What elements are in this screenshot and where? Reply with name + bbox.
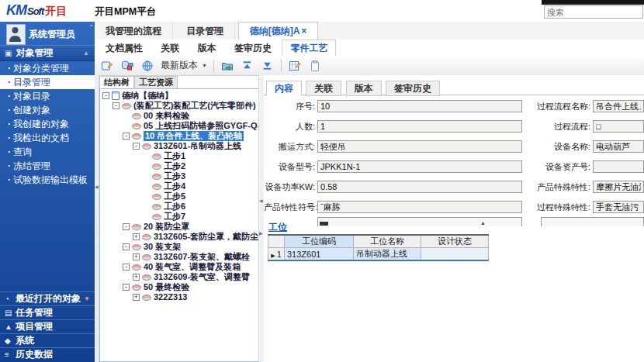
- tab-catalog-management[interactable]: 目录管理: [175, 22, 235, 40]
- tree-node-station-313Z605[interactable]: +313Z605-套防尘罩，戴防尘罩螺: [100, 232, 259, 242]
- tree-node-step-3[interactable]: 工步3: [100, 171, 259, 181]
- tab-relations[interactable]: 关联: [153, 40, 187, 56]
- collapse-left-icon[interactable]: ◀: [259, 198, 263, 203]
- folder-sync-button[interactable]: [220, 59, 234, 73]
- sidebar-item-my-checked-out-docs[interactable]: 我检出的文档: [0, 131, 95, 145]
- design-status-cell[interactable]: [421, 248, 489, 261]
- sidebar-group-object-management[interactable]: ▣对象管理▲: [0, 45, 95, 61]
- collapse-to-top-button[interactable]: [241, 59, 254, 73]
- tree-node-op-10-selected[interactable]: -10 吊合件上线、装凸轮轴: [100, 131, 259, 141]
- tree-toggle-icon[interactable]: -: [113, 102, 119, 109]
- tab-approval-history[interactable]: 签审历史: [386, 81, 440, 96]
- station-table-row[interactable]: ▶1 313Z601 吊制动器上线: [268, 248, 489, 261]
- tree-node-step-7[interactable]: 工步7: [100, 212, 259, 222]
- chevron-down-icon[interactable]: ▼: [84, 292, 90, 305]
- product-symbol-field[interactable]: [317, 201, 522, 213]
- expand-right-icon[interactable]: ▶: [259, 230, 263, 236]
- tree-toggle-icon[interactable]: -: [102, 92, 109, 99]
- tree-toggle-icon[interactable]: -: [123, 223, 130, 230]
- tree-toggle-icon[interactable]: -: [133, 143, 140, 150]
- handling-method-field[interactable]: [317, 140, 522, 153]
- flow-name-field[interactable]: [593, 100, 644, 112]
- tree-node-op-50[interactable]: -50 最终检验: [100, 282, 259, 292]
- tree-node-op-20[interactable]: -20 装防尘罩: [100, 222, 259, 232]
- globe-view-button[interactable]: [140, 59, 154, 73]
- sidebar-item-create-object[interactable]: 创建对象: [0, 103, 95, 117]
- sidebar-group-history-data[interactable]: ≡历史数据: [0, 347, 95, 361]
- station-link[interactable]: 工位: [268, 221, 287, 234]
- tab-approval-history[interactable]: 签审历史: [227, 40, 279, 56]
- tree-node-step-1[interactable]: 工步1: [100, 151, 259, 161]
- tree-node-root[interactable]: -德纳【德纳】: [100, 91, 259, 101]
- sidebar-item-test-data-template[interactable]: 试验数据输出模板: [0, 173, 95, 187]
- tab-process-resources[interactable]: 工艺资源: [134, 76, 178, 89]
- equipment-power-field[interactable]: [317, 181, 522, 193]
- sidebar-item-object-catalog[interactable]: 对象目录: [0, 89, 95, 103]
- tree-toggle-icon[interactable]: -: [123, 264, 130, 271]
- tree-toggle-icon[interactable]: +: [133, 294, 140, 301]
- sidebar-group-system[interactable]: ◆系统: [0, 333, 95, 347]
- equipment-name-field[interactable]: [593, 140, 644, 153]
- equipment-model-field[interactable]: [317, 160, 522, 173]
- search-input[interactable]: [544, 5, 643, 19]
- tab-dena-document[interactable]: 德纳[德纳]A×: [238, 22, 319, 40]
- tree-toggle-icon[interactable]: -: [123, 133, 130, 140]
- copy-document-button[interactable]: [308, 59, 322, 73]
- tree-node-step-5[interactable]: 工步5: [100, 191, 259, 202]
- tree-node-step-6[interactable]: 工步6: [100, 202, 259, 212]
- close-icon[interactable]: ×: [301, 26, 306, 36]
- station-code-cell[interactable]: 313Z601: [285, 248, 354, 261]
- tab-versions[interactable]: 版本: [346, 81, 382, 96]
- tab-structure-tree[interactable]: 结构树: [99, 76, 134, 89]
- sidebar-item-query[interactable]: 查询: [0, 145, 95, 159]
- tree-node-step-4[interactable]: 工步4: [100, 181, 259, 191]
- tree-toggle-icon[interactable]: -: [123, 243, 130, 250]
- tree-node-station-322Z313[interactable]: +322Z313: [100, 292, 259, 302]
- flow-field[interactable]: [593, 120, 644, 133]
- station-name-cell[interactable]: 吊制动器上线: [354, 248, 421, 261]
- sidebar-item-freeze-management[interactable]: 冻结管理: [0, 159, 95, 173]
- seq-field[interactable]: [317, 100, 522, 112]
- tab-versions[interactable]: 版本: [190, 40, 224, 56]
- sidebar-group-project-management[interactable]: ▲项目管理: [0, 319, 95, 333]
- tree-node-op-05[interactable]: 05 上线扫码防错参照GYGF-Q-00: [100, 121, 259, 131]
- row-selector-cell[interactable]: ▶1: [268, 248, 285, 261]
- headcount-field[interactable]: [317, 120, 522, 133]
- product-special-field[interactable]: [593, 181, 644, 193]
- tree-node-op-00[interactable]: 00 来料检验: [100, 111, 259, 121]
- edit-document-button[interactable]: [100, 59, 114, 73]
- object-versions-button[interactable]: [120, 59, 134, 73]
- tree-node-station-313Z601[interactable]: -313Z601-吊制动器上线: [100, 141, 259, 151]
- column-header-design-status[interactable]: 设计状态: [421, 235, 489, 248]
- tab-content[interactable]: 内容: [266, 81, 302, 96]
- sidebar-group-task-management[interactable]: ▤任务管理: [0, 305, 95, 319]
- sidebar-item-catalog-management[interactable]: 目录管理: [0, 75, 95, 89]
- sidebar-item-my-created-objects[interactable]: 我创建的对象: [0, 117, 95, 131]
- tree-toggle-icon[interactable]: -: [123, 284, 130, 291]
- tree-node-step-2[interactable]: 工步2: [100, 161, 259, 171]
- tree-node-station-313Z609[interactable]: +313Z609-装气室、调整臂: [100, 272, 259, 282]
- pin-icon[interactable]: ▪: [91, 22, 92, 28]
- tree-toggle-icon[interactable]: +: [133, 253, 140, 260]
- tree-toggle-icon[interactable]: +: [133, 274, 140, 281]
- process-special-field[interactable]: [593, 201, 644, 213]
- tab-document-properties[interactable]: 文档属性: [98, 40, 151, 56]
- tree-node-op-30[interactable]: -30 装支架: [100, 242, 259, 252]
- tree-toggle-icon[interactable]: +: [133, 233, 140, 240]
- sidebar-item-object-classification[interactable]: 对象分类管理: [0, 61, 95, 75]
- version-dropdown[interactable]: 最新版本▼: [161, 59, 207, 72]
- sidebar-group-recent-objects[interactable]: ◔最近打开的对象▼: [0, 291, 95, 305]
- collapse-left-icon[interactable]: ◀: [95, 184, 99, 189]
- collapse-to-bottom-button[interactable]: [261, 59, 275, 73]
- tree-node-assembly-process[interactable]: -(装配工艺)装配工艺(汽车零部件): [100, 101, 259, 111]
- asset-number-field[interactable]: [593, 160, 644, 173]
- tab-relations[interactable]: 关联: [306, 81, 341, 96]
- tab-part-process[interactable]: 零件工艺: [282, 40, 336, 57]
- tab-my-managed-flows[interactable]: 我管理的流程: [95, 22, 173, 40]
- column-header-station-code[interactable]: 工位编码: [285, 235, 354, 248]
- group-collapse-icon[interactable]: ▲: [83, 46, 89, 60]
- column-header-station-name[interactable]: 工位名称: [354, 235, 421, 248]
- tree-node-op-40[interactable]: -40 装气室、调整臂及装箱: [100, 262, 259, 272]
- tree-node-station-313Z607[interactable]: +313Z607-装支架、戴螺栓: [100, 252, 259, 262]
- edit-table-button[interactable]: [288, 59, 302, 73]
